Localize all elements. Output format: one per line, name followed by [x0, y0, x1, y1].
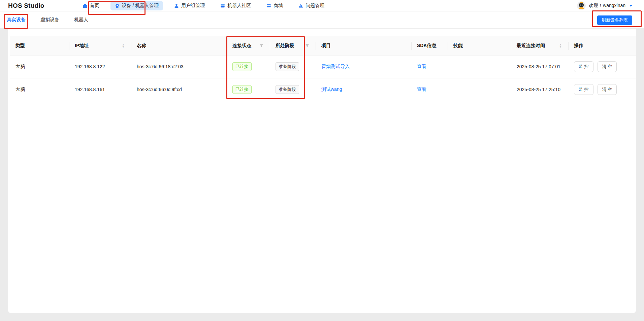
clear-button[interactable]: 清 空: [598, 61, 617, 72]
nav-item-1[interactable]: 设备 / 机器人管理: [110, 1, 163, 10]
column-label: 最近连接时间: [517, 43, 545, 49]
column-header-skill: 技能: [448, 36, 511, 55]
cell-status: 已连接: [227, 78, 270, 101]
nav-item-label: 商城: [273, 3, 283, 9]
tab-1[interactable]: 虚拟设备: [40, 17, 59, 23]
nav-item-label: 问题管理: [305, 3, 324, 9]
cell-type: 大脑: [10, 55, 69, 78]
sort-icon[interactable]: ▲▼: [559, 43, 562, 48]
column-label: 所处阶段: [276, 43, 294, 49]
table-row: 大脑192.168.8.161hos-3c:6d:66:0c:9f:cd已连接准…: [10, 78, 636, 101]
connection-status-badge: 已连接: [232, 85, 252, 94]
column-header-stage[interactable]: 所处阶段: [270, 36, 316, 55]
nav-item-label: 设备 / 机器人管理: [122, 3, 159, 9]
filter-icon[interactable]: [305, 44, 309, 48]
home-icon: [83, 3, 88, 8]
refresh-device-list-button[interactable]: 刷新设备列表: [597, 15, 632, 25]
issue-icon: [298, 3, 303, 8]
sort-icon[interactable]: ▲▼: [122, 43, 125, 48]
main-nav: 首页设备 / 机器人管理用户组管理机器人社区商城问题管理: [78, 1, 336, 10]
cell-ip: 192.168.8.161: [69, 78, 131, 101]
column-label: 名称: [137, 43, 146, 49]
filter-icon[interactable]: [259, 44, 263, 48]
tabs: 真实设备虚拟设备机器人: [7, 17, 103, 23]
column-header-status[interactable]: 连接状态: [227, 36, 270, 55]
cell-actions: 监 控清 空: [569, 78, 636, 101]
user-area: 欢迎！wangxinan: [577, 1, 633, 10]
nav-item-0[interactable]: 首页: [78, 1, 104, 10]
logo-divider: [56, 3, 56, 9]
cell-sdk: 查看: [412, 78, 448, 101]
stage-badge: 准备阶段: [276, 85, 299, 94]
project-link[interactable]: 测试wang: [321, 86, 342, 92]
connection-status-badge: 已连接: [232, 62, 252, 71]
sdk-view-link[interactable]: 查看: [417, 86, 426, 92]
mall-icon: [266, 3, 271, 8]
cell-skill: [448, 78, 511, 101]
column-label: 技能: [453, 43, 463, 49]
device-icon: [115, 3, 120, 8]
cell-skill: [448, 55, 511, 78]
column-header-ip[interactable]: IP地址▲▼: [69, 36, 131, 55]
user-icon: [174, 3, 179, 8]
monitor-button[interactable]: 监 控: [574, 61, 593, 72]
column-header-type: 类型: [10, 36, 69, 55]
cell-sdk: 查看: [412, 55, 448, 78]
nav-item-3[interactable]: 机器人社区: [216, 1, 255, 10]
tab-2[interactable]: 机器人: [74, 17, 88, 23]
stage-badge: 准备阶段: [276, 62, 299, 71]
welcome-text: 欢迎！wangxinan: [589, 3, 625, 9]
cell-project: 测试wang: [316, 78, 412, 101]
device-table: 类型IP地址▲▼名称连接状态所处阶段项目SDK信息技能最近连接时间▲▼操作 大脑…: [10, 36, 636, 101]
column-header-project: 项目: [316, 36, 412, 55]
column-header-name: 名称: [131, 36, 227, 55]
device-tabs-bar: 真实设备虚拟设备机器人 刷新设备列表: [0, 11, 644, 29]
robot-avatar-icon[interactable]: [577, 1, 586, 10]
column-label: 操作: [574, 43, 583, 49]
cell-actions: 监 控清 空: [569, 55, 636, 78]
nav-item-5[interactable]: 问题管理: [294, 1, 329, 10]
column-header-time[interactable]: 最近连接时间▲▼: [511, 36, 569, 55]
cell-stage: 准备阶段: [270, 78, 316, 101]
column-header-actions: 操作: [569, 36, 636, 55]
monitor-button[interactable]: 监 控: [574, 84, 593, 95]
cell-status: 已连接: [227, 55, 270, 78]
cell-stage: 准备阶段: [270, 55, 316, 78]
cell-project: 冒烟测试导入: [316, 55, 412, 78]
sdk-view-link[interactable]: 查看: [417, 64, 426, 69]
cell-time: 2025-08-25 17:07:01: [511, 55, 569, 78]
nav-item-4[interactable]: 商城: [262, 1, 287, 10]
column-label: 类型: [15, 43, 25, 49]
app-logo: HOS Studio: [8, 2, 44, 9]
table-row: 大脑192.168.8.122hos-3c:6d:66:18:c2:03已连接准…: [10, 55, 636, 78]
column-label: IP地址: [75, 43, 89, 49]
nav-item-2[interactable]: 用户组管理: [170, 1, 209, 10]
column-header-sdk: SDK信息: [412, 36, 448, 55]
cell-name: hos-3c:6d:66:18:c2:03: [131, 55, 227, 78]
device-table-card: 类型IP地址▲▼名称连接状态所处阶段项目SDK信息技能最近连接时间▲▼操作 大脑…: [8, 29, 636, 313]
project-link[interactable]: 冒烟测试导入: [321, 64, 350, 69]
clear-button[interactable]: 清 空: [598, 84, 617, 95]
content-area: 类型IP地址▲▼名称连接状态所处阶段项目SDK信息技能最近连接时间▲▼操作 大脑…: [0, 29, 644, 321]
nav-item-label: 用户组管理: [181, 3, 205, 9]
cell-type: 大脑: [10, 78, 69, 101]
column-label: SDK信息: [417, 43, 437, 49]
column-label: 连接状态: [232, 43, 251, 49]
nav-item-label: 机器人社区: [227, 3, 251, 9]
tab-0[interactable]: 真实设备: [7, 17, 26, 23]
cell-time: 2025-08-25 17:25:10: [511, 78, 569, 101]
column-label: 项目: [321, 43, 331, 49]
cell-ip: 192.168.8.122: [69, 55, 131, 78]
cell-name: hos-3c:6d:66:0c:9f:cd: [131, 78, 227, 101]
community-icon: [220, 3, 225, 8]
chevron-down-icon[interactable]: [629, 5, 633, 7]
nav-item-label: 首页: [90, 3, 99, 9]
top-navigation-bar: HOS Studio 首页设备 / 机器人管理用户组管理机器人社区商城问题管理 …: [0, 0, 644, 11]
